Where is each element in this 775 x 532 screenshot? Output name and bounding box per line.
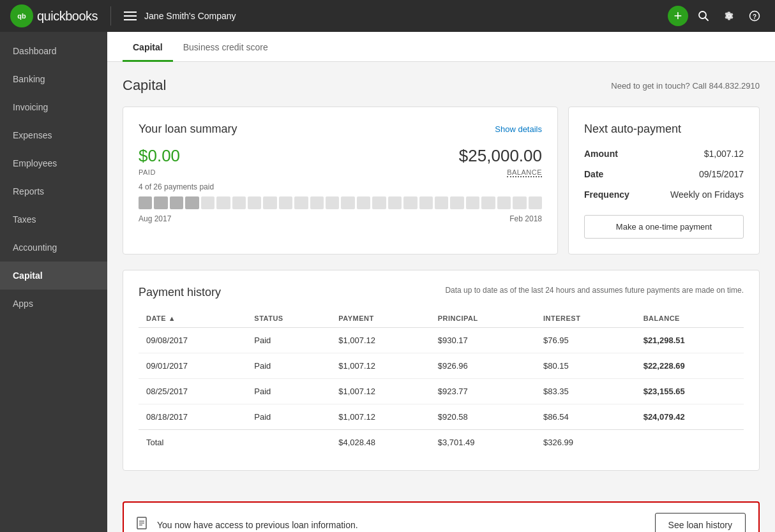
payments-info: 4 of 26 payments paid bbox=[139, 182, 542, 191]
cell-interest: $80.15 bbox=[536, 353, 636, 379]
paid-label: PAID bbox=[139, 168, 180, 176]
contact-info: Need to get in touch? Call 844.832.2910 bbox=[611, 81, 760, 91]
cell-payment: $1,007.12 bbox=[331, 353, 430, 379]
sidebar-item-apps[interactable]: Apps bbox=[0, 290, 107, 318]
auto-payment-card: Next auto-payment Amount $1,007.12 Date … bbox=[568, 107, 760, 255]
qb-logo-icon: qb bbox=[10, 4, 33, 27]
cell-payment: $1,007.12 bbox=[331, 379, 430, 404]
company-name: Jane Smith's Company bbox=[144, 11, 660, 21]
page-tabs: Capital Business credit score bbox=[107, 32, 775, 62]
col-payment: PAYMENT bbox=[331, 309, 430, 328]
nav-icons: + ? bbox=[668, 6, 765, 26]
loan-amounts: $0.00 PAID $25,000.00 BALANCE bbox=[139, 146, 542, 177]
total-label: Total bbox=[139, 430, 246, 455]
cell-date: 08/25/2017 bbox=[139, 379, 246, 404]
settings-icon[interactable] bbox=[719, 6, 739, 26]
col-principal: PRINCIPAL bbox=[430, 309, 536, 328]
table-row: 09/01/2017 Paid $1,007.12 $926.96 $80.15… bbox=[139, 353, 744, 379]
sidebar-item-reports[interactable]: Reports bbox=[0, 177, 107, 205]
data-note: Data up to date as of the last 24 hours … bbox=[445, 286, 744, 295]
sidebar-item-accounting[interactable]: Accounting bbox=[0, 233, 107, 262]
cell-interest: $76.95 bbox=[536, 328, 636, 353]
col-status: STATUS bbox=[246, 309, 331, 328]
progress-segment-2 bbox=[170, 196, 183, 209]
show-details-link[interactable]: Show details bbox=[495, 124, 542, 134]
progress-segment-5 bbox=[216, 196, 230, 209]
cell-balance: $24,079.42 bbox=[636, 404, 744, 430]
cell-status: Paid bbox=[246, 379, 331, 404]
progress-segment-8 bbox=[263, 196, 276, 209]
search-icon[interactable] bbox=[693, 6, 714, 26]
date-value: 09/15/2017 bbox=[699, 169, 744, 179]
payment-history-table: DATE ▲ STATUS PAYMENT PRINCIPAL INTEREST… bbox=[139, 309, 744, 455]
balance-amount: $25,000.00 bbox=[459, 146, 542, 166]
sidebar-item-capital[interactable]: Capital bbox=[0, 262, 107, 290]
loan-summary-title: Your loan summary bbox=[139, 122, 237, 136]
sidebar-item-banking[interactable]: Banking bbox=[0, 65, 107, 93]
table-total-row: Total $4,028.48 $3,701.49 $326.99 bbox=[139, 430, 744, 455]
cell-payment: $1,007.12 bbox=[331, 328, 430, 353]
notification-text: You now have access to previous loan inf… bbox=[157, 520, 647, 530]
progress-segment-16 bbox=[388, 196, 402, 209]
cell-principal: $923.77 bbox=[430, 379, 536, 404]
hamburger-menu-icon[interactable] bbox=[124, 11, 137, 20]
progress-segment-1 bbox=[154, 196, 167, 209]
auto-payment-title: Next auto-payment bbox=[584, 122, 744, 136]
cards-row: Your loan summary Show details $0.00 PAI… bbox=[123, 107, 760, 255]
page-header: Capital Need to get in touch? Call 844.8… bbox=[123, 77, 760, 94]
total-principal: $3,701.49 bbox=[430, 430, 536, 455]
notification-bar: You now have access to previous loan inf… bbox=[123, 501, 760, 532]
svg-line-3 bbox=[705, 18, 709, 21]
payment-history-title: Payment history bbox=[139, 286, 221, 299]
table-row: 08/25/2017 Paid $1,007.12 $923.77 $83.35… bbox=[139, 379, 744, 404]
page-title: Capital bbox=[123, 77, 166, 94]
nav-divider bbox=[110, 6, 111, 26]
tab-capital[interactable]: Capital bbox=[123, 32, 173, 62]
col-interest: INTEREST bbox=[536, 309, 636, 328]
add-button[interactable]: + bbox=[668, 6, 688, 26]
table-row: 08/18/2017 Paid $1,007.12 $920.58 $86.54… bbox=[139, 404, 744, 430]
main-content: Capital Business credit score Capital Ne… bbox=[107, 32, 775, 532]
progress-segment-23 bbox=[497, 196, 511, 209]
date-range: Aug 2017 Feb 2018 bbox=[139, 214, 542, 223]
date-end: Feb 2018 bbox=[509, 214, 542, 223]
tab-business-credit-score[interactable]: Business credit score bbox=[173, 32, 278, 62]
logo: qb quickbooks bbox=[10, 4, 98, 27]
cell-status: Paid bbox=[246, 328, 331, 353]
cell-payment: $1,007.12 bbox=[331, 404, 430, 430]
help-icon[interactable]: ? bbox=[744, 6, 765, 26]
loan-summary-header: Your loan summary Show details bbox=[139, 122, 542, 136]
see-loan-history-button[interactable]: See loan history bbox=[655, 513, 746, 532]
progress-segment-14 bbox=[357, 196, 370, 209]
sidebar-item-employees[interactable]: Employees bbox=[0, 149, 107, 177]
progress-segment-18 bbox=[419, 196, 433, 209]
cell-status: Paid bbox=[246, 404, 331, 430]
top-navigation: qb quickbooks Jane Smith's Company + ? bbox=[0, 0, 775, 32]
sidebar-item-expenses[interactable]: Expenses bbox=[0, 121, 107, 149]
progress-segment-21 bbox=[466, 196, 479, 209]
cell-date: 09/01/2017 bbox=[139, 353, 246, 379]
progress-segment-24 bbox=[513, 196, 526, 209]
page-content: Capital Need to get in touch? Call 844.8… bbox=[107, 62, 775, 501]
cell-interest: $86.54 bbox=[536, 404, 636, 430]
col-balance: BALANCE bbox=[636, 309, 744, 328]
sidebar-item-invoicing[interactable]: Invoicing bbox=[0, 93, 107, 121]
one-time-payment-button[interactable]: Make a one-time payment bbox=[584, 215, 744, 239]
progress-segment-25 bbox=[529, 196, 542, 209]
total-interest: $326.99 bbox=[536, 430, 636, 455]
sidebar-item-taxes[interactable]: Taxes bbox=[0, 205, 107, 233]
loan-summary-card: Your loan summary Show details $0.00 PAI… bbox=[123, 107, 558, 255]
frequency-label: Frequency bbox=[584, 189, 629, 200]
table-row: 09/08/2017 Paid $1,007.12 $930.17 $76.95… bbox=[139, 328, 744, 353]
cell-principal: $930.17 bbox=[430, 328, 536, 353]
progress-segment-19 bbox=[435, 196, 448, 209]
progress-segment-0 bbox=[139, 196, 152, 209]
cell-balance: $22,228.69 bbox=[636, 353, 744, 379]
progress-segment-7 bbox=[248, 196, 261, 209]
total-balance bbox=[636, 430, 744, 455]
brand-name: quickbooks bbox=[37, 9, 98, 24]
amount-row: Amount $1,007.12 bbox=[584, 149, 744, 159]
progress-bar bbox=[139, 196, 542, 209]
sidebar-item-dashboard[interactable]: Dashboard bbox=[0, 37, 107, 65]
progress-segment-15 bbox=[372, 196, 386, 209]
